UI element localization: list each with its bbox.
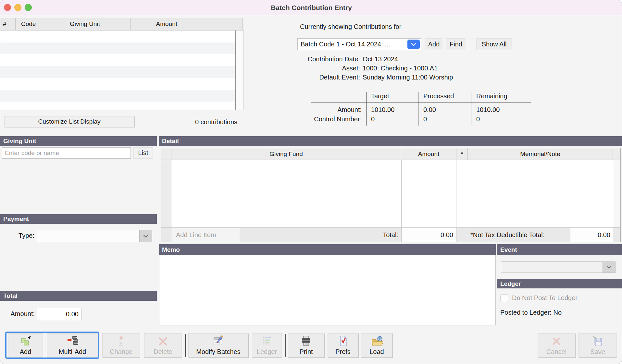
- toolbar-separator: [185, 334, 186, 357]
- list-row: [0, 54, 235, 66]
- column-header-code: Code: [21, 20, 36, 28]
- detail-table-body: [161, 160, 620, 227]
- payment-type-dropdown[interactable]: [37, 230, 152, 242]
- titlebar: Batch Contribution Entry: [0, 0, 622, 15]
- contribution-count: 0 contributions: [195, 118, 237, 126]
- toolbar-button-label: Cancel: [546, 348, 566, 355]
- prefs-button[interactable]: Prefs: [328, 333, 358, 358]
- detail-scrollbar[interactable]: [613, 160, 620, 227]
- memo-section-header: Memo: [159, 244, 496, 255]
- contribution-list: [0, 30, 236, 110]
- load-button[interactable]: Load: [361, 333, 392, 358]
- detail-totals-fund-cell: Add Line Item Total:: [171, 228, 401, 242]
- toolbar-button-label: Load: [369, 348, 384, 355]
- list-row: [0, 78, 235, 90]
- batch-show-all-button[interactable]: Show All: [476, 38, 512, 50]
- delete-button: Delete: [144, 333, 182, 358]
- list-row: [0, 30, 235, 42]
- asset-label: Asset:: [289, 65, 360, 72]
- summary-control-remaining: 0: [476, 115, 480, 123]
- giving-unit-section-header: Giving Unit: [0, 136, 157, 146]
- save-icon: [592, 335, 603, 347]
- toolbar-button-label: Add: [20, 348, 31, 355]
- column-separator: [242, 18, 243, 30]
- list-row: [0, 66, 235, 78]
- do-not-post-checkbox[interactable]: [500, 294, 508, 302]
- detail-total-label: Total:: [383, 231, 401, 239]
- toolbar-separator: [285, 334, 286, 357]
- chevron-down-icon: [143, 235, 148, 238]
- save-button: Save: [578, 333, 617, 358]
- cancel-x-icon: [551, 335, 562, 347]
- batch-contribution-entry-window: Batch Contribution Entry # Code Giving U…: [0, 0, 622, 364]
- list-row: [0, 102, 235, 110]
- event-dropdown-button[interactable]: [603, 262, 615, 273]
- toolbar-button-label: Ledger: [257, 348, 277, 355]
- column-separator: [130, 18, 131, 30]
- change-icon: [115, 335, 127, 347]
- summary-column-processed: Processed: [423, 92, 454, 100]
- delete-x-icon: [157, 335, 169, 347]
- do-not-post-label: Do Not Post To Ledger: [512, 294, 578, 302]
- column-separator: [15, 18, 16, 30]
- detail-table-header: Giving Fund Amount * Memorial/Note: [161, 148, 620, 160]
- print-button[interactable]: Print: [288, 333, 324, 358]
- not-tax-deductible-label: *Not Tax Deductible Total:: [468, 231, 544, 239]
- multi-add-button[interactable]: Multi-Add: [47, 333, 98, 358]
- list-scrollbar[interactable]: [236, 30, 243, 110]
- add-line-item-button[interactable]: Add Line Item: [171, 228, 240, 242]
- detail-total-value: 0.00: [401, 228, 456, 242]
- batch-find-button[interactable]: Find: [446, 38, 466, 50]
- memo-textarea[interactable]: [159, 255, 496, 325]
- batch-dropdown[interactable]: Batch Code 1 - Oct 14 2024: ...: [297, 38, 421, 50]
- default-event-value: Sunday Morning 11:00 Worship: [363, 74, 453, 81]
- default-event-label: Default Event:: [289, 74, 360, 81]
- summary-amount-remaining: 1010.00: [476, 106, 500, 114]
- detail-column-memorial-note: Memorial/Note: [468, 148, 613, 160]
- modify-batches-button[interactable]: Modify Batches: [188, 333, 248, 358]
- event-section-header: Event: [497, 244, 622, 255]
- detail-body-star: [456, 160, 468, 227]
- event-dropdown[interactable]: [501, 261, 616, 273]
- detail-section-header: Detail: [159, 136, 622, 146]
- payment-type-label: Type:: [7, 232, 34, 239]
- detail-totals-memo-cell: *Not Tax Deductible Total: 0.00: [468, 228, 613, 242]
- toolbar-button-label: Change: [110, 348, 132, 355]
- not-tax-deductible-value: 0.00: [570, 228, 613, 242]
- contribution-list-header: # Code Giving Unit Amount: [0, 18, 243, 30]
- detail-body-memorial-note[interactable]: [468, 160, 613, 227]
- customize-list-display-button[interactable]: Customize List Display: [4, 116, 134, 127]
- detail-column-giving-fund: Giving Fund: [171, 148, 401, 160]
- batch-dropdown-button[interactable]: [407, 40, 420, 49]
- change-button: Change: [102, 333, 140, 358]
- detail-gutter-header: [161, 148, 171, 160]
- detail-body-giving-fund[interactable]: [171, 160, 401, 227]
- summary-column-remaining: Remaining: [476, 92, 507, 100]
- multi-add-icon: [67, 335, 78, 347]
- summary-separator: [471, 92, 471, 126]
- modify-batches-icon: [212, 335, 225, 347]
- giving-unit-search-input[interactable]: [2, 147, 131, 159]
- cancel-button: Cancel: [538, 333, 575, 358]
- detail-column-amount: Amount: [401, 148, 456, 160]
- toolbar-button-label: Save: [590, 348, 605, 355]
- giving-unit-list-button[interactable]: List: [133, 147, 153, 159]
- column-header-giving-unit: Giving Unit: [70, 20, 100, 28]
- detail-table: Giving Fund Amount * Memorial/Note Add L…: [161, 148, 621, 242]
- payment-type-dropdown-button[interactable]: [139, 230, 152, 242]
- prefs-icon: [337, 335, 349, 347]
- payment-section-header: Payment: [0, 214, 157, 224]
- detail-totals-star-cell: [456, 228, 468, 242]
- detail-body-amount[interactable]: [401, 160, 456, 227]
- add-contribution-button[interactable]: Add: [8, 333, 43, 358]
- batch-dropdown-value: Batch Code 1 - Oct 14 2024: ...: [301, 41, 390, 48]
- contribution-date-label: Contribution Date:: [289, 55, 360, 63]
- batch-panel-heading: Currently showing Contributions for: [300, 23, 401, 30]
- detail-totals-gutter: [161, 228, 171, 242]
- summary-column-target: Target: [371, 92, 389, 100]
- batch-add-button[interactable]: Add: [425, 38, 443, 50]
- total-amount-input[interactable]: [37, 308, 82, 320]
- detail-body-gutter: [161, 160, 171, 227]
- summary-control-target: 0: [371, 115, 375, 123]
- summary-amount-processed: 0.00: [423, 106, 436, 114]
